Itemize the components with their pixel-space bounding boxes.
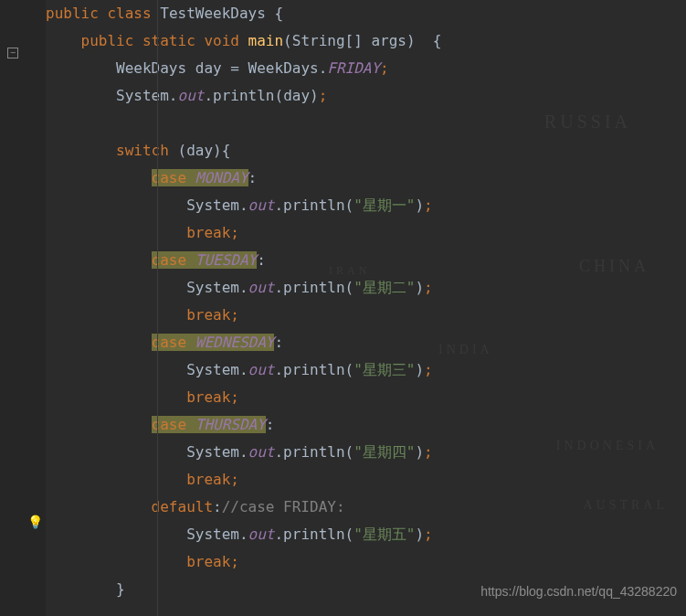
code-line: System.out.println("星期一"); xyxy=(46,192,686,219)
code-line: public static void main(String[] args) { xyxy=(46,27,686,55)
code-editor[interactable]: − 💡 public class TestWeekDays { public s… xyxy=(0,0,686,616)
code-line: switch (day){ xyxy=(46,137,686,165)
code-line: System.out.println("星期五"); xyxy=(46,521,686,548)
watermark-text: https://blog.csdn.net/qq_43288220 xyxy=(480,579,677,603)
bulb-icon[interactable]: 💡 xyxy=(27,510,43,534)
code-line: default://case FRIDAY: xyxy=(46,494,686,521)
code-line: System.out.println(day); xyxy=(46,82,686,110)
code-line: break; xyxy=(46,466,686,494)
code-line: break; xyxy=(46,384,686,411)
code-line: System.out.println("星期二"); xyxy=(46,274,686,302)
editor-gutter: − 💡 xyxy=(0,0,46,616)
code-line: System.out.println("星期四"); xyxy=(46,439,686,466)
code-line: System.out.println("星期三"); xyxy=(46,356,686,384)
code-line xyxy=(46,110,686,137)
collapse-icon[interactable]: − xyxy=(7,48,18,58)
code-line: WeekDays day = WeekDays.FRIDAY; xyxy=(46,55,686,82)
code-line: break; xyxy=(46,548,686,576)
code-line: case WEDNESDAY: xyxy=(46,329,686,356)
code-line: break; xyxy=(46,302,686,329)
indent-guide xyxy=(157,0,158,616)
code-line: case MONDAY: xyxy=(46,165,686,192)
code-line: public class TestWeekDays { xyxy=(46,0,686,27)
code-area[interactable]: public class TestWeekDays { public stati… xyxy=(46,0,686,616)
code-line: case TUESDAY: xyxy=(46,247,686,274)
code-line: case THURSDAY: xyxy=(46,411,686,439)
code-line: break; xyxy=(46,219,686,247)
